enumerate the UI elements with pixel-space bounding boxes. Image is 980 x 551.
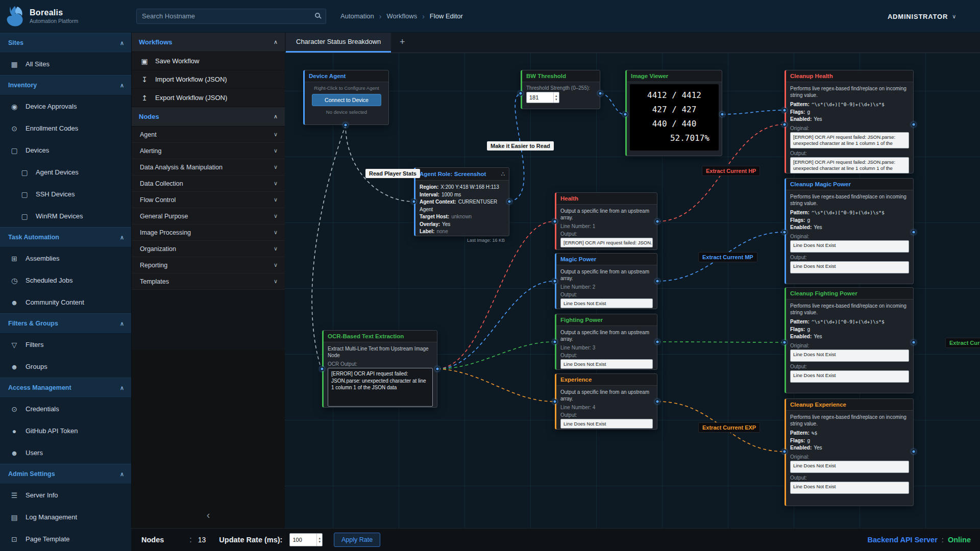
connector-port[interactable] (655, 340, 660, 344)
category-general-purpose[interactable]: General Purpose ∨ (132, 208, 285, 224)
user-menu[interactable]: ADMINISTRATOR ∨ (888, 0, 957, 33)
connector-port[interactable] (598, 91, 603, 96)
sidebar-item-filters[interactable]: ▽ Filters (0, 334, 131, 356)
sidebar-item-all-sites[interactable]: ▦ All Sites (0, 53, 131, 75)
collapse-panel-button[interactable]: ‹ (132, 509, 285, 521)
connector-port[interactable] (320, 367, 325, 371)
node-agent-role-screenshot[interactable]: Agent Role: Screenshot ∴ Region:X:200 Y:… (414, 167, 509, 236)
connector-port[interactable] (655, 279, 660, 284)
connect-to-device-button[interactable]: Connect to Device (312, 94, 381, 106)
output-field[interactable]: [ERROR] OCR API request failed: JSON.par… (790, 157, 909, 173)
node-health[interactable]: Health Output a specific line from an up… (555, 192, 657, 250)
import-workflow-button[interactable]: ↧ Import Workflow (JSON) (132, 70, 285, 89)
connector-port[interactable] (519, 91, 523, 96)
node-device-agent[interactable]: Device Agent Right-Click to Configure Ag… (303, 70, 389, 125)
original-field[interactable]: Line Does Not Exist (790, 349, 909, 362)
threshold-stepper[interactable]: ▴▾ (526, 92, 559, 103)
sidebar-section-sites[interactable]: Sites ∧ (0, 33, 131, 53)
ocr-output-field[interactable]: [ERROR] OCR API request failed: JSON.par… (328, 368, 433, 407)
sidebar-section-filters-groups[interactable]: Filters & Groups ∧ (0, 313, 131, 334)
category-data-collection[interactable]: Data Collection ∨ (132, 176, 285, 192)
search-input[interactable] (136, 9, 326, 24)
connector-port[interactable] (553, 279, 557, 284)
sidebar-item-server-info[interactable]: ☰ Server Info (0, 484, 131, 506)
connector-port[interactable] (912, 122, 916, 127)
stepper-arrows-icon[interactable]: ▴▾ (316, 534, 322, 546)
sidebar-item-device-approvals[interactable]: ◉ Device Approvals (0, 95, 131, 117)
original-field[interactable]: Line Does Not Exist (790, 240, 909, 253)
connector-port[interactable] (412, 199, 416, 204)
connector-port[interactable] (507, 199, 512, 204)
sidebar-item-winrm-devices[interactable]: ▢ WinRM Devices (0, 205, 131, 227)
output-field[interactable]: [ERROR] OCR API request failed: JSON.par (560, 238, 653, 247)
output-field[interactable]: Line Does Not Exist (790, 261, 909, 273)
stepper-arrows-icon[interactable]: ▴▾ (553, 92, 559, 103)
share-icon[interactable]: ∴ (501, 170, 505, 178)
connector-port[interactable] (912, 340, 916, 345)
sidebar-section-inventory[interactable]: Inventory ∧ (0, 75, 131, 95)
output-field[interactable]: Line Does Not Exist (560, 419, 653, 429)
sidebar-section-access-management[interactable]: Access Management ∧ (0, 378, 131, 398)
node-bw-threshold[interactable]: BW Threshold Threshold Strength (0–255):… (521, 70, 600, 109)
output-field[interactable]: Line Does Not Exist (790, 370, 909, 383)
original-field[interactable]: [ERROR] OCR API request failed: JSON.par… (790, 132, 909, 148)
threshold-input[interactable] (527, 94, 553, 101)
category-reporting[interactable]: Reporting ∨ (132, 257, 285, 273)
connector-port[interactable] (344, 123, 348, 128)
connector-port[interactable] (912, 230, 916, 235)
connector-port[interactable] (782, 340, 787, 345)
sidebar-item-ssh-devices[interactable]: ▢ SSH Devices (0, 183, 131, 205)
breadcrumb-automation[interactable]: Automation (340, 12, 374, 20)
breadcrumb-workflows[interactable]: Workflows (386, 12, 417, 20)
sidebar-item-enrollment-codes[interactable]: ⊙ Enrollment Codes (0, 117, 131, 139)
breadcrumb-flow-editor[interactable]: Flow Editor (430, 12, 463, 20)
connector-port[interactable] (782, 108, 787, 113)
connector-port[interactable] (655, 399, 660, 404)
node-ocr-text-extraction[interactable]: OCR-Based Text Extraction Extract Multi-… (322, 330, 437, 408)
sidebar-item-community-content[interactable]: ☻ Community Content (0, 291, 131, 313)
workflows-header[interactable]: Workflows ∧ (132, 33, 285, 52)
category-templates[interactable]: Templates ∨ (132, 273, 285, 290)
node-cleanup-experience[interactable]: Cleanup Experience Performs live regex-b… (785, 398, 914, 506)
node-magic-power[interactable]: Magic Power Output a specific line from … (555, 253, 657, 309)
connector-port[interactable] (655, 219, 660, 224)
output-field[interactable]: Line Does Not Exist (560, 298, 653, 308)
connector-port[interactable] (553, 399, 557, 404)
node-experience[interactable]: Experience Output a specific line from a… (555, 373, 657, 430)
update-rate-stepper[interactable]: ▴▾ (289, 533, 323, 546)
connector-port[interactable] (435, 367, 440, 371)
connector-port[interactable] (720, 112, 725, 117)
node-cleanup-magic-power[interactable]: Cleanup Magic Power Performs live regex-… (785, 178, 914, 284)
sidebar-item-github-api-token[interactable]: ● GitHub API Token (0, 420, 131, 442)
add-tab-button[interactable]: + (391, 32, 413, 53)
export-workflow-button[interactable]: ↥ Export Workflow (JSON) (132, 89, 285, 107)
node-fighting-power[interactable]: Fighting Power Output a specific line fr… (555, 314, 657, 370)
output-field[interactable]: Line Does Not Exist (790, 482, 909, 494)
sidebar-item-page-template[interactable]: ⊡ Page Template (0, 528, 131, 550)
tab-character-status-breakdown[interactable]: Character Status Breakdown (286, 32, 391, 53)
nodes-header[interactable]: Nodes ∧ (132, 107, 285, 127)
sidebar-item-log-management[interactable]: ▤ Log Management (0, 506, 131, 528)
sidebar-item-assemblies[interactable]: ⊞ Assemblies (0, 247, 131, 269)
sidebar-item-devices[interactable]: ▢ Devices (0, 139, 131, 161)
sidebar-item-agent-devices[interactable]: ▢ Agent Devices (0, 161, 131, 183)
flow-canvas[interactable]: Read Player Stats Make it Easier to Read… (285, 53, 980, 528)
connector-port[interactable] (553, 340, 557, 344)
connector-port[interactable] (782, 449, 787, 454)
category-agent[interactable]: Agent ∨ (132, 127, 285, 143)
sidebar-section-task-automation[interactable]: Task Automation ∧ (0, 227, 131, 247)
connector-port[interactable] (782, 122, 787, 127)
connector-port[interactable] (782, 230, 787, 235)
save-workflow-button[interactable]: ▣ Save Workflow (132, 52, 285, 70)
sidebar-item-groups[interactable]: ☻ Groups (0, 356, 131, 378)
output-field[interactable]: Line Does Not Exist (560, 359, 653, 369)
node-cleanup-fighting-power[interactable]: Cleanup Fighting Power Performs live reg… (785, 287, 914, 393)
connector-port[interactable] (912, 449, 916, 454)
node-image-viewer[interactable]: Image Viewer 4412 / 4412 427 / 427 440 /… (625, 70, 722, 156)
connector-port[interactable] (623, 112, 628, 117)
category-alerting[interactable]: Alerting ∨ (132, 143, 285, 159)
sidebar-item-users[interactable]: ☻ Users (0, 442, 131, 464)
sidebar-item-scheduled-jobs[interactable]: ◷ Scheduled Jobs (0, 269, 131, 291)
category-flow-control[interactable]: Flow Control ∨ (132, 192, 285, 208)
category-image-processing[interactable]: Image Processing ∨ (132, 224, 285, 241)
